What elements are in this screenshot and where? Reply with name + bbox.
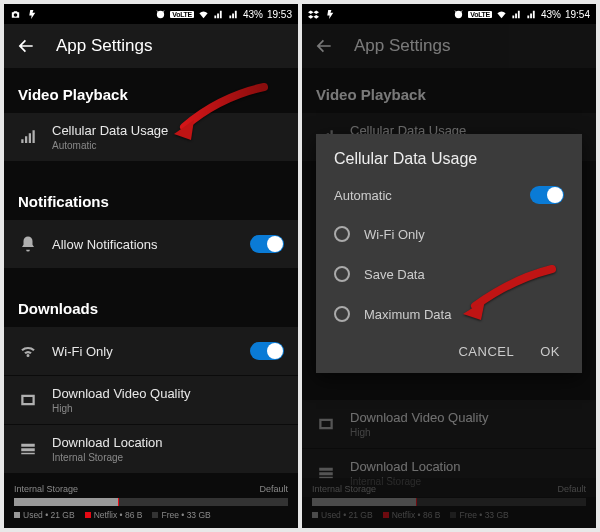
bars-icon [19, 128, 37, 146]
app-bar: App Settings [302, 24, 596, 68]
dialog-auto-label: Automatic [334, 188, 392, 203]
app-bar: App Settings [4, 24, 298, 68]
row-cellular-data-usage[interactable]: Cellular Data Usage Automatic [4, 113, 298, 161]
row-title: Download Video Quality [52, 386, 284, 401]
section-dl-header: Downloads [4, 282, 298, 327]
signal-icon-2 [228, 9, 239, 20]
option-label: Maximum Data [364, 307, 451, 322]
option-save-data[interactable]: Save Data [334, 254, 564, 294]
dialog-title: Cellular Data Usage [334, 150, 564, 168]
back-icon [314, 36, 334, 56]
toggle-automatic[interactable] [530, 186, 564, 204]
camera-icon [10, 9, 21, 20]
signal-icon [511, 9, 522, 20]
alarm-icon [155, 9, 166, 20]
wifi-icon [496, 9, 507, 20]
row-sub: Internal Storage [52, 452, 284, 463]
legend-netflix: Netflix • 86 B [94, 510, 143, 520]
row-title: Allow Notifications [52, 237, 236, 252]
battery-text: 43% [541, 9, 561, 20]
alarm-icon [453, 9, 464, 20]
radio-icon [334, 266, 350, 282]
legend-free: Free • 33 GB [161, 510, 210, 520]
back-icon[interactable] [16, 36, 36, 56]
signal-icon-2 [526, 9, 537, 20]
clock-text: 19:54 [565, 9, 590, 20]
battery-text: 43% [243, 9, 263, 20]
bolt-icon [325, 9, 336, 20]
wifi-icon [198, 9, 209, 20]
volte-badge: VoLTE [468, 11, 492, 18]
dropbox-icon [308, 9, 319, 20]
legend-used: Used • 21 GB [23, 510, 75, 520]
option-maximum-data[interactable]: Maximum Data [334, 294, 564, 334]
phone-screen-right: VoLTE 43% 19:54 App Settings Video Playb… [302, 4, 596, 528]
row-title: Cellular Data Usage [52, 123, 284, 138]
section-notif-header: Notifications [4, 175, 298, 220]
row-download-location[interactable]: Download Location Internal Storage [4, 425, 298, 473]
radio-icon [334, 226, 350, 242]
option-wifi-only[interactable]: Wi-Fi Only [334, 214, 564, 254]
storage-icon [19, 440, 37, 458]
phone-screen-left: VoLTE 43% 19:53 App Settings Video Playb… [4, 4, 298, 528]
bell-icon [19, 235, 37, 253]
row-download-quality[interactable]: Download Video Quality High [4, 376, 298, 424]
wifi-icon [19, 342, 37, 360]
option-label: Wi-Fi Only [364, 227, 425, 242]
storage-footer: Internal Storage Default Used • 21 GB Ne… [4, 478, 298, 528]
ok-button[interactable]: OK [540, 344, 560, 359]
radio-icon [334, 306, 350, 322]
row-title: Download Location [52, 435, 284, 450]
cancel-button[interactable]: CANCEL [458, 344, 514, 359]
storage-bar [14, 498, 288, 506]
signal-icon [213, 9, 224, 20]
page-title: App Settings [354, 36, 450, 56]
row-sub: High [52, 403, 284, 414]
toggle-notifications[interactable] [250, 235, 284, 253]
section-video-header: Video Playback [4, 68, 298, 113]
row-sub: Automatic [52, 140, 284, 151]
storage-footer: Internal StorageDefault Used • 21 GB Net… [302, 478, 596, 528]
status-bar: VoLTE 43% 19:53 [4, 4, 298, 24]
page-title: App Settings [56, 36, 152, 56]
clock-text: 19:53 [267, 9, 292, 20]
bolt-icon [27, 9, 38, 20]
settings-content: Video Playback Cellular Data Usage Autom… [4, 68, 298, 528]
storage-label: Internal Storage [14, 484, 78, 494]
option-label: Save Data [364, 267, 425, 282]
status-bar: VoLTE 43% 19:54 [302, 4, 596, 24]
toggle-wifi-only[interactable] [250, 342, 284, 360]
row-allow-notifications[interactable]: Allow Notifications [4, 220, 298, 268]
row-title: Wi-Fi Only [52, 344, 236, 359]
video-icon [19, 391, 37, 409]
cellular-data-dialog: Cellular Data Usage Automatic Wi-Fi Only… [316, 134, 582, 373]
storage-default: Default [259, 484, 288, 494]
volte-badge: VoLTE [170, 11, 194, 18]
row-wifi-only[interactable]: Wi-Fi Only [4, 327, 298, 375]
